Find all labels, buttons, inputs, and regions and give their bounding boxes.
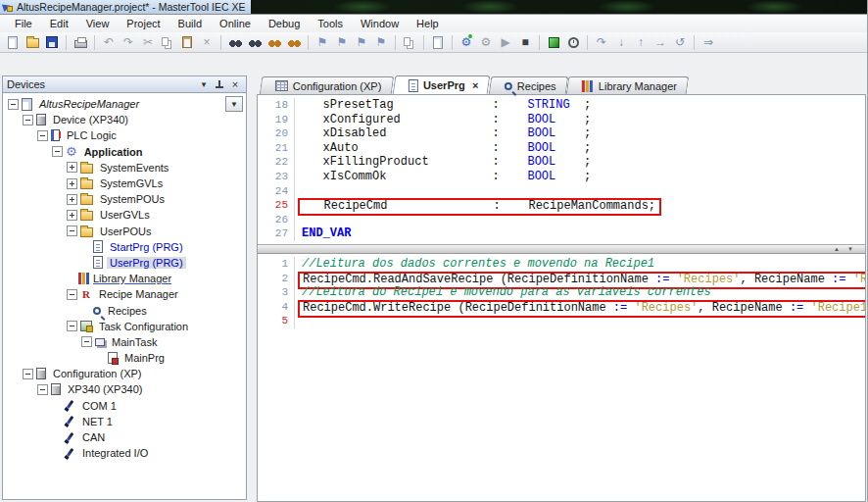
code-line[interactable]: 24 — [258, 184, 865, 199]
bookmark-toggle-icon[interactable]: ⚑ — [313, 33, 331, 51]
declaration-pane[interactable]: 18 sPresetTag : STRING ;19 xConfigured :… — [258, 95, 865, 244]
code-line[interactable]: 21 xAuto : BOOL ; — [258, 141, 865, 156]
tab-configuration-xp[interactable]: Configuration (XP) — [260, 76, 394, 94]
start-icon[interactable]: ▶ — [497, 33, 514, 51]
tree-item-recipe-manager[interactable]: RRecipe Manager — [3, 286, 246, 302]
collapse-icon[interactable] — [67, 226, 77, 236]
tree-item-maintask[interactable]: MainTask — [3, 334, 246, 350]
paste-icon[interactable] — [178, 33, 196, 51]
undo-icon[interactable]: ↶ — [100, 33, 118, 51]
menu-item-view[interactable]: View — [77, 16, 119, 31]
tree-item-plc-logic[interactable]: PLC Logic — [3, 127, 246, 143]
menu-item-debug[interactable]: Debug — [260, 16, 309, 31]
replace-project-icon[interactable] — [285, 33, 303, 51]
menu-item-build[interactable]: Build — [169, 16, 211, 31]
menu-item-help[interactable]: Help — [408, 16, 448, 31]
collapse-icon[interactable] — [23, 369, 33, 379]
new-file-icon[interactable] — [4, 33, 22, 51]
code-line[interactable]: 4RecipeCmd.WriteRecipe (RecipeDefinition… — [258, 300, 865, 315]
copy-all-icon[interactable] — [401, 33, 418, 51]
code-line[interactable]: 2RecipeCmd.ReadAndSaveRecipe (RecipeDefi… — [258, 272, 865, 286]
tree-item-xp340-xp340[interactable]: XP340 (XP340) — [3, 381, 246, 397]
collapse-icon[interactable] — [81, 336, 92, 347]
forward-icon[interactable]: ⇒ — [699, 33, 717, 51]
tree-item-library-manager[interactable]: Library Manager — [3, 271, 246, 286]
tree-item-systemgvls[interactable]: SystemGVLs — [3, 176, 246, 191]
new-instance-icon[interactable] — [429, 33, 447, 51]
tree-item-usergvls[interactable]: UserGVLs — [3, 207, 246, 223]
print-icon[interactable] — [72, 33, 89, 51]
tree-item-can[interactable]: CAN — [3, 429, 246, 445]
tab-close-icon[interactable]: × — [471, 79, 477, 91]
expand-icon[interactable] — [67, 162, 77, 173]
save-icon[interactable] — [43, 33, 61, 51]
reset-icon[interactable]: ↺ — [671, 33, 689, 51]
tree-item-integrated-i-o[interactable]: Integrated I/O — [3, 445, 246, 461]
incremental-search-icon[interactable] — [246, 33, 264, 51]
expand-icon[interactable] — [67, 210, 77, 221]
tree-item-startprg-prg[interactable]: StartPrg (PRG) — [3, 239, 246, 255]
tree-item-configuration-xp[interactable]: Configuration (XP) — [3, 366, 246, 381]
find-icon[interactable] — [226, 33, 244, 51]
code-line[interactable]: 22 xFillingProduct : BOOL ; — [258, 155, 865, 170]
tree-item-userprg-prg[interactable]: UserPrg (PRG) — [3, 255, 246, 271]
step-out-icon[interactable]: ↑ — [632, 33, 650, 51]
code-line[interactable]: 20 xDisabled : BOOL ; — [258, 126, 865, 141]
collapse-icon[interactable] — [67, 289, 77, 300]
copy-icon[interactable] — [159, 33, 176, 51]
menu-item-online[interactable]: Online — [211, 16, 260, 31]
bookmark-prev-icon[interactable]: ⚑ — [353, 33, 370, 51]
code-line[interactable]: 27END_VAR — [258, 226, 865, 241]
panel-pin-icon[interactable] — [213, 78, 226, 91]
tree-item-com-1[interactable]: COM 1 — [3, 398, 246, 414]
tree-item-application[interactable]: ⚙Application — [3, 144, 246, 160]
tree-item-recipes[interactable]: Recipes — [3, 302, 246, 318]
tree-item-net-1[interactable]: NET 1 — [3, 414, 246, 429]
redo-icon[interactable]: ↷ — [120, 33, 137, 51]
code-line[interactable]: 18 sPresetTag : STRING ; — [258, 98, 865, 113]
pane-splitter[interactable]: ▲ ▼ — [258, 244, 865, 254]
title-bar[interactable]: AltusRecipeManager.project* - MasterTool… — [0, 0, 868, 14]
splitter-down-icon[interactable]: ▼ — [847, 245, 853, 253]
tab-recipes[interactable]: Recipes — [488, 76, 567, 94]
tree-item-task-configuration[interactable]: Task Configuration — [3, 319, 246, 334]
code-line[interactable]: 25 RecipeCmd : RecipeManCommands; — [258, 198, 865, 213]
login-icon[interactable]: ⚙ — [458, 33, 475, 51]
menu-item-edit[interactable]: Edit — [41, 16, 77, 31]
collapse-icon[interactable] — [23, 115, 33, 126]
stop-icon[interactable]: ■ — [516, 33, 534, 51]
logout-icon[interactable]: ⚙ — [477, 33, 495, 51]
collapse-icon[interactable] — [52, 146, 63, 157]
tree-item-mainprg[interactable]: MainPrg — [3, 350, 246, 366]
expand-icon[interactable] — [67, 178, 77, 189]
tree-item-device-xp340[interactable]: Device (XP340) — [3, 112, 246, 127]
tree-item-altusrecipemanager[interactable]: AltusRecipeManager — [3, 96, 246, 112]
tree-item-userpous[interactable]: UserPOUs — [3, 224, 246, 239]
code-line[interactable]: 19 xConfigured : BOOL ; — [258, 113, 865, 127]
step-into-icon[interactable]: ↓ — [612, 33, 630, 51]
panel-close-icon[interactable]: × — [228, 78, 242, 91]
panel-dropdown-icon[interactable]: ▾ — [197, 78, 211, 91]
code-line[interactable]: 23 xIsCommOk : BOOL ; — [258, 170, 865, 184]
tree-item-systempous[interactable]: SystemPOUs — [3, 191, 246, 207]
collapse-icon[interactable] — [67, 321, 77, 331]
code-line[interactable]: 1//Leitura dos dados correntes e movendo… — [258, 257, 865, 272]
tab-library-manager[interactable]: Library Manager — [566, 76, 690, 94]
splitter-up-icon[interactable]: ▲ — [834, 245, 840, 253]
collapse-icon[interactable] — [8, 99, 19, 110]
bookmark-next-icon[interactable]: ⚑ — [333, 33, 351, 51]
expand-icon[interactable] — [67, 194, 77, 205]
menu-item-project[interactable]: Project — [118, 16, 169, 31]
cut-icon[interactable]: ✂ — [139, 33, 157, 51]
search-project-icon[interactable] — [265, 33, 283, 51]
menu-item-window[interactable]: Window — [352, 16, 408, 31]
delete-icon[interactable]: × — [198, 33, 216, 51]
run-to-cursor-icon[interactable]: → — [651, 33, 669, 51]
runtime-clock-icon[interactable] — [564, 33, 582, 51]
bookmark-clear-icon[interactable]: ⚑ — [372, 33, 390, 51]
menu-item-file[interactable]: File — [6, 16, 41, 31]
collapse-icon[interactable] — [37, 384, 48, 395]
tree-item-systemevents[interactable]: SystemEvents — [3, 160, 246, 176]
menu-item-tools[interactable]: Tools — [309, 16, 352, 31]
tab-userprg[interactable]: UserPrg× — [392, 75, 490, 94]
